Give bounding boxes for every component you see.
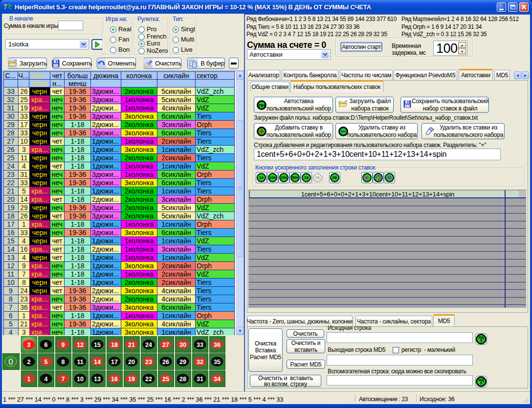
- svg-text:6: 6: [44, 342, 48, 348]
- svg-text:27: 27: [162, 342, 169, 348]
- svg-text:18: 18: [111, 342, 118, 348]
- svg-text:20: 20: [128, 359, 135, 365]
- svg-text:28: 28: [179, 376, 186, 383]
- svg-text:11: 11: [77, 359, 83, 365]
- svg-text:26: 26: [162, 359, 169, 365]
- svg-text:31: 31: [197, 376, 203, 383]
- svg-text:ПН: ПН: [259, 103, 265, 108]
- svg-text:32: 32: [197, 359, 203, 365]
- svg-text:14: 14: [94, 359, 101, 365]
- svg-text:30: 30: [179, 342, 186, 348]
- svg-text:15: 15: [94, 342, 101, 348]
- svg-text:23: 23: [145, 359, 152, 365]
- svg-text:35: 35: [214, 359, 221, 365]
- svg-text:8: 8: [62, 359, 65, 365]
- svg-text:29: 29: [179, 359, 186, 365]
- svg-text:21: 21: [128, 342, 135, 348]
- svg-text:5: 5: [480, 382, 482, 385]
- svg-text:25: 25: [162, 376, 169, 383]
- svg-text:12: 12: [77, 342, 84, 348]
- svg-text:36: 36: [214, 342, 221, 348]
- svg-text:22: 22: [145, 376, 152, 383]
- svg-text:1: 1: [27, 376, 31, 383]
- svg-text:34: 34: [214, 376, 221, 383]
- svg-text:10: 10: [77, 376, 84, 383]
- svg-text:3: 3: [27, 342, 31, 348]
- svg-text:16: 16: [111, 376, 118, 383]
- svg-text:2: 2: [27, 359, 31, 365]
- svg-text:0: 0: [8, 357, 13, 366]
- svg-text:4: 4: [44, 376, 48, 383]
- svg-text:9: 9: [62, 342, 65, 348]
- svg-text:17: 17: [111, 359, 118, 365]
- svg-text:24: 24: [145, 342, 152, 348]
- svg-text:5: 5: [44, 359, 48, 365]
- svg-text:13: 13: [94, 376, 101, 383]
- svg-text:33: 33: [197, 342, 203, 348]
- svg-text:19: 19: [128, 376, 135, 383]
- svg-text:7: 7: [62, 376, 65, 383]
- svg-text:7: 7: [3, 3, 7, 11]
- svg-text:5: 5: [480, 339, 482, 343]
